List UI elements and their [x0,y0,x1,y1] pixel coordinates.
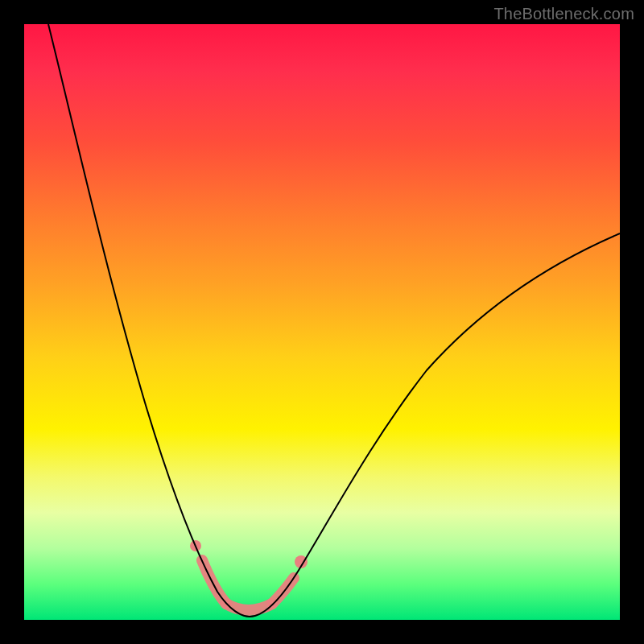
chart-frame: TheBottleneck.com [0,0,644,644]
watermark-text: TheBottleneck.com [493,5,634,23]
curve-left-branch [48,24,250,617]
curve-right-branch [250,233,620,617]
highlight-band [190,540,308,610]
highlight-left [202,560,226,604]
plot-area [24,24,620,620]
chart-svg [24,24,620,620]
